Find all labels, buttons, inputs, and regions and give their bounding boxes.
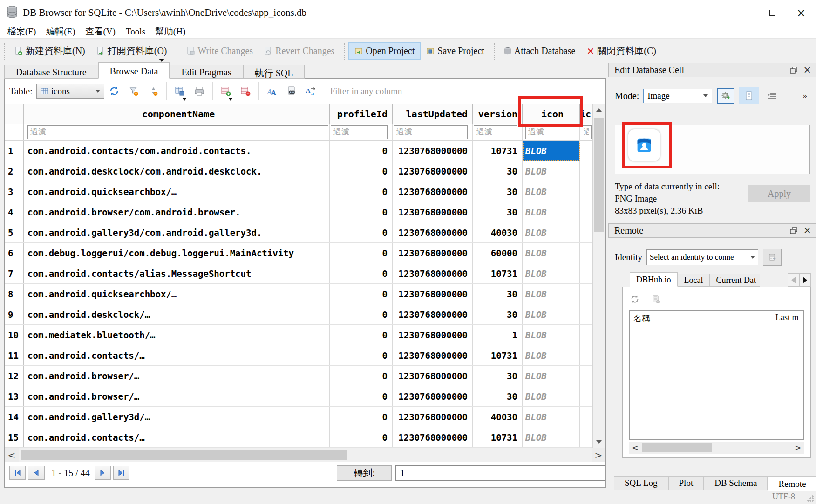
icon-blob-cell[interactable]: BLOB <box>523 427 580 447</box>
icon-blob-cell[interactable]: BLOB <box>523 161 580 181</box>
lastupdated-cell[interactable]: 1230768000000 <box>393 366 473 386</box>
profileid-cell[interactable]: 0 <box>330 263 393 283</box>
float-panel-button[interactable] <box>790 67 797 74</box>
tab-execute-sql[interactable]: 執行 SQL <box>243 65 305 79</box>
tab-remote[interactable]: Remote <box>768 476 816 491</box>
goto-record-input[interactable] <box>395 465 605 481</box>
partial-cell[interactable] <box>580 366 592 386</box>
version-cell[interactable]: 30 <box>473 181 523 202</box>
close-database-button[interactable]: ✕ 關閉資料庫(C) <box>581 42 661 60</box>
componentname-cell[interactable]: com.android.browser/… <box>24 366 330 386</box>
profileid-cell[interactable]: 0 <box>330 325 393 345</box>
refresh-icon[interactable] <box>630 295 639 304</box>
profileid-cell[interactable]: 0 <box>330 386 393 406</box>
icon-blob-cell[interactable]: BLOB <box>523 243 580 263</box>
version-cell[interactable]: 30 <box>473 284 523 304</box>
close-panel-button[interactable]: × <box>803 65 811 75</box>
componentname-cell[interactable]: com.android.contacts/alias.MessageShortc… <box>24 263 330 283</box>
scroll-left-button[interactable]: < <box>629 442 641 454</box>
tab-plot[interactable]: Plot <box>668 476 704 490</box>
clone-database-icon[interactable] <box>652 295 660 304</box>
componentname-cell[interactable]: com.android.browser/com.android.browser. <box>24 202 330 222</box>
lastupdated-cell[interactable]: 1230768000000 <box>393 407 473 427</box>
filter-input-componentName[interactable] <box>27 125 328 139</box>
lastupdated-cell[interactable]: 1230768000000 <box>393 161 473 181</box>
partial-cell[interactable] <box>580 243 592 263</box>
partial-cell[interactable] <box>580 284 592 304</box>
global-filter-input[interactable] <box>326 84 456 99</box>
identity-select[interactable]: Select an identity to conne <box>646 249 758 265</box>
tab-current-database[interactable]: Current Dat <box>710 274 760 287</box>
apply-button[interactable]: Apply <box>748 185 810 202</box>
icon-blob-cell[interactable]: BLOB <box>523 345 580 365</box>
menu-edit[interactable]: 編輯(E) <box>41 26 80 38</box>
icon-blob-cell[interactable]: BLOB <box>523 304 580 324</box>
minimize-button[interactable] <box>729 0 758 25</box>
version-cell[interactable]: 10731 <box>473 263 523 283</box>
version-cell[interactable]: 30 <box>473 366 523 386</box>
menu-help[interactable]: 幫助(H) <box>150 26 190 38</box>
profileid-cell[interactable]: 0 <box>330 243 393 263</box>
open-database-dropdown-arrow[interactable] <box>159 59 164 62</box>
version-cell[interactable]: 30 <box>473 202 523 222</box>
encoding-label[interactable]: UTF-8 <box>772 492 795 502</box>
scroll-right-button[interactable]: > <box>592 448 605 462</box>
tab-browse-data[interactable]: Browse Data <box>98 62 170 79</box>
save-project-button[interactable]: Save Project <box>421 43 490 59</box>
componentname-cell[interactable]: com.debug.loggerui/com.debug.loggerui.Ma… <box>24 243 330 263</box>
find-in-table-button[interactable] <box>283 83 300 100</box>
partial-cell[interactable] <box>580 202 592 222</box>
profileid-cell[interactable]: 0 <box>330 161 393 181</box>
clear-sorting-button[interactable] <box>145 83 162 100</box>
tab-database-structure[interactable]: Database Structure <box>4 65 98 79</box>
horizontal-scrollbar[interactable]: < > <box>5 448 605 462</box>
print-button[interactable] <box>191 83 208 100</box>
scroll-up-button[interactable] <box>593 104 605 116</box>
icon-blob-cell[interactable]: BLOB <box>523 141 580 161</box>
scroll-right-button[interactable]: > <box>792 442 804 454</box>
profileid-cell[interactable]: 0 <box>330 222 393 242</box>
new-database-button[interactable]: 新建資料庫(N) <box>9 42 91 60</box>
profileid-cell[interactable]: 0 <box>330 202 393 222</box>
menu-file[interactable]: 檔案(F) <box>2 26 41 38</box>
icon-blob-cell[interactable]: BLOB <box>523 407 580 427</box>
lastupdated-cell[interactable]: 1230768000000 <box>393 284 473 304</box>
componentname-cell[interactable]: com.android.contacts/… <box>24 345 330 365</box>
partial-cell[interactable] <box>580 325 592 345</box>
lastupdated-cell[interactable]: 1230768000000 <box>393 427 473 447</box>
vertical-scrollbar-thumb[interactable] <box>594 118 604 232</box>
componentname-cell[interactable]: com.android.quicksearchbox/… <box>24 284 330 304</box>
tab-sql-log[interactable]: SQL Log <box>614 476 668 490</box>
componentname-cell[interactable]: com.android.contacts/com.android.contact… <box>24 141 330 161</box>
componentname-cell[interactable]: com.android.browser/… <box>24 386 330 406</box>
filter-input-profileId[interactable] <box>331 125 388 139</box>
tab-db-schema[interactable]: DB Schema <box>704 476 768 490</box>
text-mode-button[interactable] <box>739 87 759 104</box>
auto-format-button[interactable] <box>764 88 781 104</box>
last-record-button[interactable] <box>113 466 129 480</box>
version-cell[interactable]: 60000 <box>473 243 523 263</box>
lastupdated-cell[interactable]: 1230768000000 <box>393 181 473 202</box>
revert-changes-button[interactable]: Revert Changes <box>258 43 340 59</box>
goto-button[interactable]: 轉到: <box>337 465 392 481</box>
import-certificate-button[interactable] <box>763 249 782 266</box>
icon-blob-cell[interactable]: BLOB <box>523 325 580 345</box>
lastupdated-cell[interactable]: 1230768000000 <box>393 304 473 324</box>
version-cell[interactable]: 1 <box>473 325 523 345</box>
horizontal-scrollbar-thumb[interactable] <box>21 450 347 460</box>
profileid-cell[interactable]: 0 <box>330 304 393 324</box>
column-header-version[interactable]: version <box>473 104 523 124</box>
panel-overflow-button[interactable]: » <box>803 91 809 101</box>
lastupdated-cell[interactable]: 1230768000000 <box>393 222 473 242</box>
column-header-profileId[interactable]: profileId <box>330 104 393 124</box>
import-export-button[interactable] <box>717 88 734 104</box>
float-panel-button[interactable] <box>790 227 797 234</box>
partial-cell[interactable] <box>580 161 592 181</box>
scroll-down-button[interactable] <box>593 436 605 448</box>
profileid-cell[interactable]: 0 <box>330 181 393 202</box>
next-record-button[interactable] <box>95 466 111 480</box>
lastupdated-cell[interactable]: 1230768000000 <box>393 345 473 365</box>
maximize-button[interactable] <box>758 0 787 25</box>
column-header-lastUpdated[interactable]: lastUpdated <box>393 104 473 124</box>
version-cell[interactable]: 30 <box>473 386 523 406</box>
